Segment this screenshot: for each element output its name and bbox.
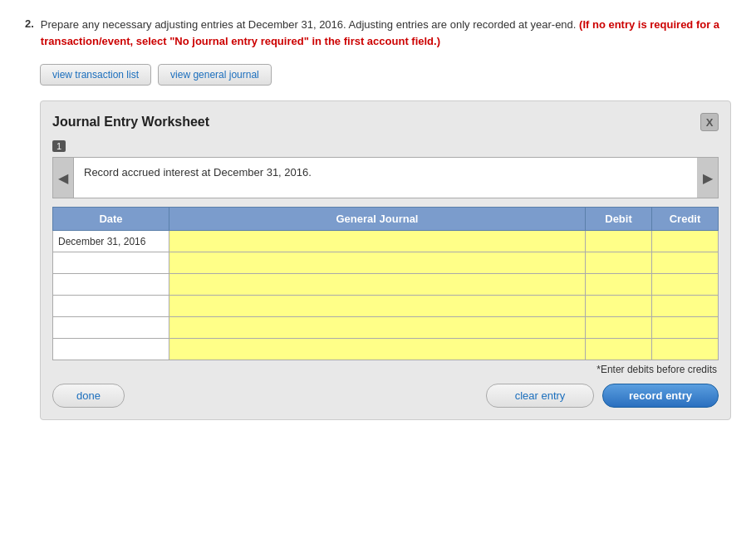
clear-entry-button[interactable]: clear entry <box>486 384 594 408</box>
table-row <box>53 296 719 317</box>
debit-cell[interactable] <box>586 296 652 317</box>
credit-cell[interactable] <box>652 231 719 252</box>
journal-cell[interactable] <box>169 317 586 339</box>
table-row <box>53 274 719 296</box>
credit-input[interactable] <box>652 339 718 360</box>
debit-cell[interactable] <box>586 339 652 360</box>
bottom-button-row: done clear entry record entry <box>52 384 719 408</box>
debit-input[interactable] <box>586 317 651 338</box>
journal-cell[interactable] <box>169 252 586 274</box>
credit-cell[interactable] <box>652 296 719 317</box>
journal-table: Date General Journal Debit Credit Decemb… <box>52 207 719 360</box>
journal-input[interactable] <box>169 274 585 295</box>
debit-input[interactable] <box>586 231 651 252</box>
table-row <box>53 252 719 274</box>
credit-cell[interactable] <box>652 274 719 296</box>
table-row <box>53 339 719 360</box>
debit-cell[interactable] <box>586 274 652 296</box>
date-cell <box>53 252 169 274</box>
header-credit: Credit <box>652 208 719 231</box>
credit-input[interactable] <box>652 317 718 338</box>
nav-right-arrow[interactable]: ▶ <box>697 157 719 198</box>
instruction-section: 2. Prepare any necessary adjusting entri… <box>25 17 731 49</box>
bottom-right-buttons: clear entry record entry <box>486 384 719 408</box>
journal-cell[interactable] <box>169 274 586 296</box>
credit-input[interactable] <box>652 296 718 316</box>
header-date: Date <box>53 208 169 231</box>
instruction-number: 2. <box>25 17 34 30</box>
enter-note: *Enter debits before credits <box>52 364 719 375</box>
journal-cell[interactable] <box>169 296 586 317</box>
debit-cell[interactable] <box>586 231 652 252</box>
journal-cell[interactable] <box>169 339 586 360</box>
credit-input[interactable] <box>652 274 718 295</box>
table-row <box>53 317 719 339</box>
debit-input[interactable] <box>586 274 651 295</box>
debit-cell[interactable] <box>586 317 652 339</box>
journal-input[interactable] <box>169 296 585 316</box>
worksheet-title: Journal Entry Worksheet <box>52 115 209 130</box>
date-cell <box>53 317 169 339</box>
instruction-main: Prepare any necessary adjusting entries … <box>41 18 577 31</box>
debit-input[interactable] <box>586 252 651 273</box>
record-entry-button[interactable]: record entry <box>602 384 719 408</box>
credit-input[interactable] <box>652 252 718 273</box>
journal-input[interactable] <box>169 339 585 360</box>
debit-input[interactable] <box>586 296 651 316</box>
date-cell: December 31, 2016 <box>53 231 169 252</box>
date-cell <box>53 274 169 296</box>
header-debit: Debit <box>586 208 652 231</box>
date-cell <box>53 296 169 317</box>
nav-left-arrow[interactable]: ◀ <box>52 157 74 198</box>
table-row: December 31, 2016 <box>53 231 719 252</box>
view-general-journal-button[interactable]: view general journal <box>158 64 272 86</box>
debit-input[interactable] <box>586 339 651 360</box>
worksheet-title-row: Journal Entry Worksheet X <box>52 113 719 131</box>
header-general-journal: General Journal <box>169 208 586 231</box>
top-button-row: view transaction list view general journ… <box>40 64 731 86</box>
close-button[interactable]: X <box>700 113 719 131</box>
page-indicator: 1 <box>52 140 66 152</box>
instruction-text: Prepare any necessary adjusting entries … <box>41 17 731 49</box>
date-cell <box>53 339 169 360</box>
journal-input[interactable] <box>169 317 585 338</box>
journal-input[interactable] <box>169 231 585 252</box>
nav-row: ◀ Record accrued interest at December 31… <box>52 157 719 198</box>
done-button[interactable]: done <box>52 384 125 408</box>
credit-cell[interactable] <box>652 252 719 274</box>
credit-input[interactable] <box>652 231 718 252</box>
view-transaction-list-button[interactable]: view transaction list <box>40 64 151 86</box>
journal-cell[interactable] <box>169 231 586 252</box>
worksheet-container: Journal Entry Worksheet X 1 ◀ Record acc… <box>40 100 731 420</box>
debit-cell[interactable] <box>586 252 652 274</box>
credit-cell[interactable] <box>652 317 719 339</box>
description-box: Record accrued interest at December 31, … <box>74 157 697 198</box>
journal-input[interactable] <box>169 252 585 273</box>
credit-cell[interactable] <box>652 339 719 360</box>
